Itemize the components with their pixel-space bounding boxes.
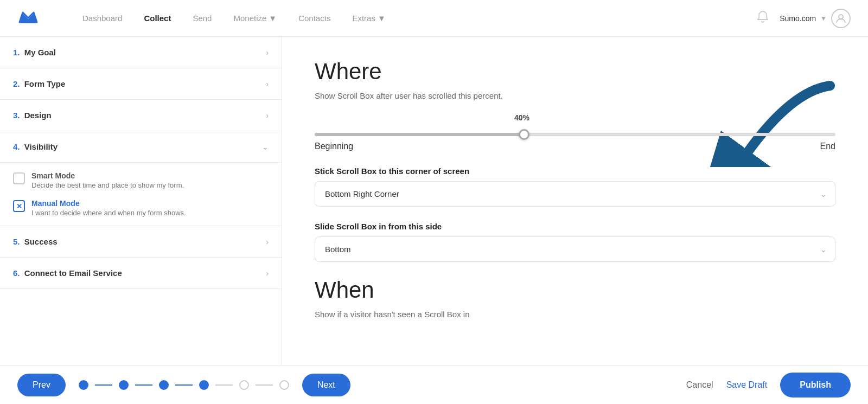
bottom-right-actions: Cancel Save Draft Publish: [686, 373, 851, 397]
step-dot-5: [239, 380, 249, 390]
content-area: Where Show Scroll Box after user has scr…: [282, 37, 868, 365]
slider-percent-label: 40%: [514, 113, 529, 122]
chevron-right-icon: ›: [266, 269, 269, 278]
slide-dropdown-wrapper: Bottom Top Left Right ⌄: [315, 236, 835, 262]
sidebar-item-success[interactable]: 5. Success ›: [0, 226, 282, 258]
slide-dropdown-label: Slide Scroll Box in from this side: [315, 222, 835, 231]
visibility-header[interactable]: 4. Visibility ⌄: [0, 131, 282, 163]
manual-mode-option[interactable]: ✕ Manual Mode I want to decide where and…: [13, 199, 269, 217]
step-line-2: [135, 384, 152, 386]
sidebar-item-form-type[interactable]: 2. Form Type ›: [0, 68, 282, 100]
nav-send[interactable]: Send: [193, 14, 212, 23]
logo-icon[interactable]: [17, 8, 39, 29]
bottom-bar: Prev Next Cancel Save Draft Publish: [0, 365, 868, 404]
sidebar-item-visibility: 4. Visibility ⌄ Smart Mode Decide the be…: [0, 131, 282, 226]
when-title: When: [315, 277, 835, 303]
publish-button[interactable]: Publish: [780, 373, 851, 397]
slide-dropdown[interactable]: Bottom Top Left Right: [315, 236, 835, 262]
nav-collect[interactable]: Collect: [144, 14, 171, 23]
when-section: When Show if a visitor hasn't seen a Scr…: [315, 277, 835, 319]
nav-links: Dashboard Collect Send Monetize ▼ Contac…: [82, 14, 757, 23]
step-line-4: [215, 384, 233, 386]
next-button[interactable]: Next: [302, 374, 350, 396]
chevron-right-icon: ›: [266, 111, 269, 120]
account-menu[interactable]: Sumo.com ▼: [780, 9, 851, 28]
corner-section: Stick Scroll Box to this corner of scree…: [315, 166, 835, 207]
save-draft-button[interactable]: Save Draft: [726, 380, 768, 390]
slide-section: Slide Scroll Box in from this side Botto…: [315, 222, 835, 262]
progress-stepper: [79, 380, 289, 390]
step-line-1: [95, 384, 112, 386]
checkmark-icon: ✕: [16, 202, 22, 210]
scroll-percent-slider[interactable]: [315, 133, 835, 136]
corner-dropdown[interactable]: Bottom Right Corner Bottom Left Corner T…: [315, 181, 835, 207]
chevron-down-icon: ▼: [378, 14, 386, 23]
prev-button[interactable]: Prev: [17, 374, 66, 396]
visibility-body: Smart Mode Decide the best time and plac…: [0, 163, 282, 226]
slider-start-label: Beginning: [315, 142, 353, 151]
nav-dashboard[interactable]: Dashboard: [82, 14, 122, 23]
sidebar-item-my-goal[interactable]: 1. My Goal ›: [0, 37, 282, 68]
nav-right: Sumo.com ▼: [757, 9, 851, 28]
nav-monetize[interactable]: Monetize ▼: [233, 14, 277, 23]
step-dot-6: [279, 380, 289, 390]
bell-icon[interactable]: [757, 10, 769, 26]
chevron-right-icon: ›: [266, 48, 269, 57]
cancel-button[interactable]: Cancel: [686, 380, 713, 390]
sidebar-item-design[interactable]: 3. Design ›: [0, 100, 282, 131]
step-dot-1: [79, 380, 88, 390]
topnav: Dashboard Collect Send Monetize ▼ Contac…: [0, 0, 868, 37]
scroll-percent-section: 40%: [315, 113, 835, 138]
step-line-5: [256, 384, 273, 386]
chevron-down-icon: ▼: [269, 14, 277, 23]
when-desc: Show if a visitor hasn't seen a Scroll B…: [315, 310, 835, 319]
sidebar: 1. My Goal › 2. Form Type › 3. Design ›: [0, 37, 282, 365]
corner-dropdown-wrapper: Bottom Right Corner Bottom Left Corner T…: [315, 181, 835, 207]
smart-mode-option[interactable]: Smart Mode Decide the best time and plac…: [13, 171, 269, 189]
main-layout: 1. My Goal › 2. Form Type › 3. Design ›: [0, 37, 868, 365]
nav-contacts[interactable]: Contacts: [298, 14, 330, 23]
smart-mode-checkbox[interactable]: [13, 172, 25, 184]
avatar: [831, 9, 851, 28]
manual-mode-desc: I want to decide where and when my form …: [31, 209, 186, 217]
smart-mode-label: Smart Mode: [31, 171, 184, 180]
svg-point-2: [839, 15, 843, 19]
sidebar-item-email-service[interactable]: 6. Connect to Email Service ›: [0, 258, 282, 289]
chevron-right-icon: ›: [266, 80, 269, 88]
step-line-3: [175, 384, 193, 386]
step-dot-2: [119, 380, 129, 390]
manual-mode-checkbox[interactable]: ✕: [13, 200, 25, 212]
chevron-down-icon: ▼: [820, 15, 827, 22]
manual-mode-label: Manual Mode: [31, 199, 186, 208]
chevron-right-icon: ›: [266, 238, 269, 246]
smart-mode-desc: Decide the best time and place to show m…: [31, 181, 184, 189]
step-dot-4: [199, 380, 209, 390]
chevron-down-icon: ⌄: [262, 143, 269, 151]
nav-extras[interactable]: Extras ▼: [352, 14, 385, 23]
step-dot-3: [159, 380, 169, 390]
